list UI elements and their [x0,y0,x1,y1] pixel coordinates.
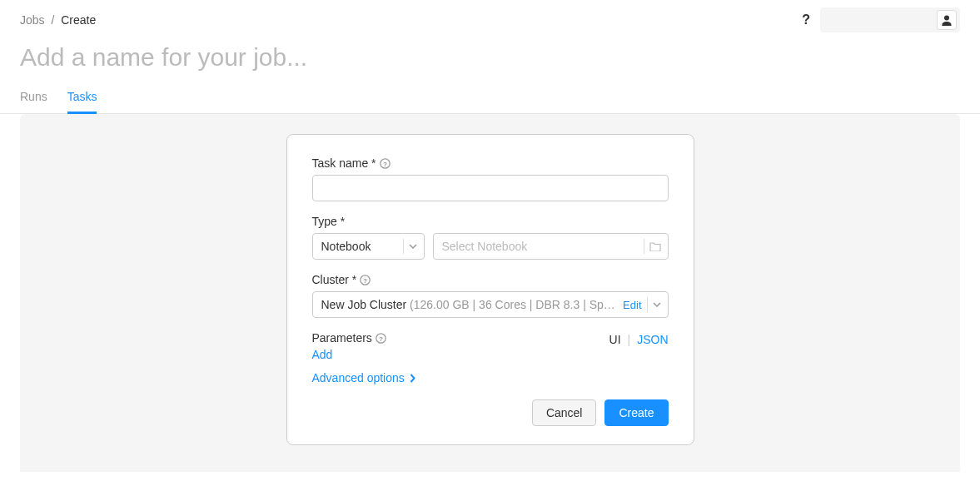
task-card: Task name * ? Type * Notebook [286,134,694,445]
create-button[interactable]: Create [604,399,668,426]
chevron-down-icon [653,302,661,307]
folder-icon [649,241,661,251]
help-icon[interactable]: ? [376,333,386,344]
type-label: Type * [312,215,346,228]
params-view-json[interactable]: JSON [637,333,668,346]
chevron-down-icon [409,244,417,249]
breadcrumb: Jobs / Create [20,13,96,27]
type-select[interactable]: Notebook [312,233,425,260]
help-icon[interactable]: ? [380,158,391,169]
breadcrumb-jobs-link[interactable]: Jobs [20,13,45,27]
breadcrumb-current: Create [61,13,96,27]
user-name [830,14,930,26]
user-icon [937,10,957,30]
job-name-input[interactable] [20,43,520,72]
cluster-detail: (126.00 GB | 36 Cores | DBR 8.3 | Sp… [410,298,615,311]
svg-text:?: ? [383,160,387,167]
user-menu[interactable] [820,7,960,32]
tab-tasks[interactable]: Tasks [67,90,97,114]
advanced-options-toggle[interactable]: Advanced options [312,371,669,384]
cluster-edit-link[interactable]: Edit [623,299,641,311]
parameters-label: Parameters [312,331,372,345]
cluster-name: New Job Cluster [321,298,407,311]
cluster-select[interactable]: New Job Cluster (126.00 GB | 36 Cores | … [312,291,669,318]
parameters-add-link[interactable]: Add [312,348,333,361]
breadcrumb-separator: / [51,13,54,27]
svg-text:?: ? [379,335,383,342]
content-area: Task name * ? Type * Notebook [20,114,960,472]
cancel-button[interactable]: Cancel [532,399,597,426]
help-icon[interactable]: ? [802,12,810,27]
cluster-label: Cluster * [312,273,357,286]
task-name-label: Task name * [312,156,376,170]
advanced-options-label: Advanced options [312,371,405,384]
type-value: Notebook [321,240,398,253]
svg-text:?: ? [363,276,367,284]
notebook-placeholder: Select Notebook [442,240,639,253]
task-name-input[interactable] [312,175,669,201]
params-view-ui[interactable]: UI [609,333,621,346]
notebook-select[interactable]: Select Notebook [433,233,669,260]
tab-runs[interactable]: Runs [20,90,47,113]
chevron-right-icon [410,374,415,383]
help-icon[interactable]: ? [360,275,371,285]
